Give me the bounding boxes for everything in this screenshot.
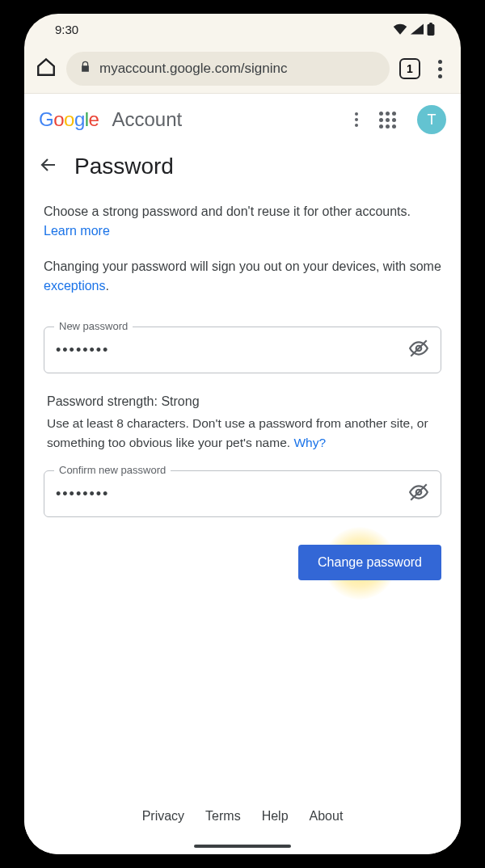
why-link[interactable]: Why? xyxy=(293,436,326,449)
footer-help[interactable]: Help xyxy=(262,809,289,824)
change-password-button[interactable]: Change password xyxy=(298,545,441,580)
tab-switcher[interactable]: 1 xyxy=(399,58,420,79)
intro-text: Choose a strong password and don't reuse… xyxy=(44,204,411,218)
battery-icon xyxy=(427,23,435,36)
footer-links: Privacy Terms Help About xyxy=(24,809,461,824)
new-password-label: New password xyxy=(54,320,133,332)
browser-toolbar: myaccount.google.com/signinc 1 xyxy=(24,44,461,93)
toggle-visibility-icon[interactable] xyxy=(408,338,429,362)
url-text: myaccount.google.com/signinc xyxy=(99,61,287,77)
strength-title: Password strength: Strong xyxy=(47,394,438,409)
home-icon[interactable] xyxy=(36,57,57,81)
strength-block: Password strength: Strong Use at least 8… xyxy=(24,373,461,453)
new-password-value: •••••••• xyxy=(56,342,408,359)
avatar[interactable]: T xyxy=(417,105,446,134)
apps-grid-icon[interactable] xyxy=(374,112,401,129)
signout-text: Changing your password will sign you out… xyxy=(44,259,441,273)
learn-more-link[interactable]: Learn more xyxy=(44,224,110,238)
page-title: Password xyxy=(74,154,174,179)
back-arrow-icon[interactable] xyxy=(39,155,58,178)
google-logo: Google xyxy=(39,108,99,131)
button-row: Change password xyxy=(24,517,461,580)
page-title-row: Password xyxy=(24,145,461,179)
svg-rect-0 xyxy=(428,24,435,36)
toggle-visibility-icon[interactable] xyxy=(408,482,429,506)
status-bar: 9:30 xyxy=(24,14,461,44)
phone-frame: 9:30 myaccount.google.com/signinc 1 Goog… xyxy=(24,14,461,854)
confirm-password-field[interactable]: Confirm new password •••••••• xyxy=(44,470,441,517)
confirm-password-field-wrap: Confirm new password •••••••• xyxy=(24,453,461,517)
confirm-value: •••••••• xyxy=(56,486,408,503)
intro-block: Choose a strong password and don't reuse… xyxy=(24,179,461,296)
lock-icon xyxy=(79,61,91,77)
url-bar[interactable]: myaccount.google.com/signinc xyxy=(66,52,390,86)
app-header: Google Account T xyxy=(24,94,461,145)
footer-about[interactable]: About xyxy=(310,809,344,824)
footer-terms[interactable]: Terms xyxy=(205,809,241,824)
cellular-icon xyxy=(411,23,424,35)
wifi-icon xyxy=(393,23,407,35)
footer-privacy[interactable]: Privacy xyxy=(142,809,184,824)
browser-menu-icon[interactable] xyxy=(430,60,449,78)
confirm-label: Confirm new password xyxy=(54,464,171,476)
header-menu-icon[interactable] xyxy=(350,112,363,127)
tab-count-value: 1 xyxy=(407,62,413,75)
status-time: 9:30 xyxy=(55,23,78,36)
strength-desc: Use at least 8 characters. Don't use a p… xyxy=(47,414,438,453)
svg-rect-1 xyxy=(429,23,432,25)
new-password-field-wrap: New password •••••••• xyxy=(24,312,461,373)
account-label: Account xyxy=(112,108,182,131)
page-content: Google Account T Password Choose a stron… xyxy=(24,93,461,854)
new-password-field[interactable]: New password •••••••• xyxy=(44,327,441,373)
status-icons xyxy=(393,23,435,36)
exceptions-link[interactable]: exceptions xyxy=(44,279,106,293)
nav-handle[interactable] xyxy=(194,845,291,848)
